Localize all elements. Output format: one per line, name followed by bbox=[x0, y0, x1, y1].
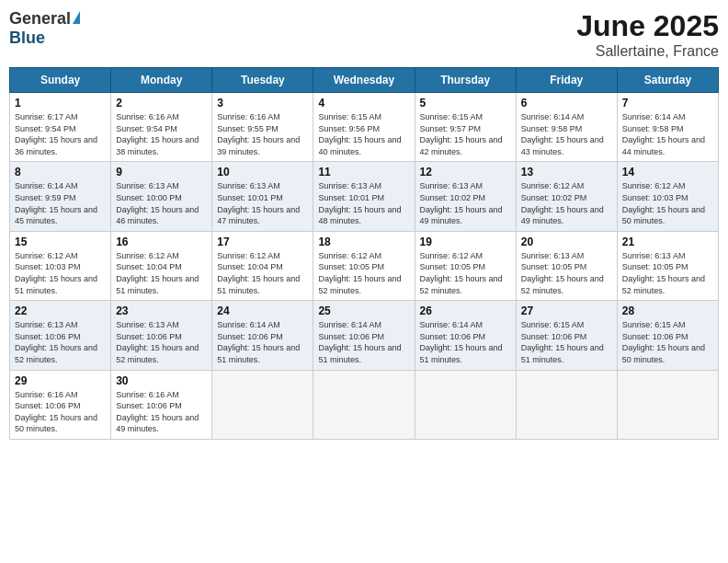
day-number: 19 bbox=[420, 236, 511, 248]
day-info: Sunrise: 6:13 AMSunset: 10:05 PMDaylight… bbox=[521, 250, 612, 296]
calendar-cell bbox=[516, 370, 617, 439]
calendar-cell: 4Sunrise: 6:15 AMSunset: 9:56 PMDaylight… bbox=[313, 93, 415, 162]
day-info: Sunrise: 6:12 AMSunset: 10:04 PMDaylight… bbox=[217, 250, 308, 296]
calendar-cell: 26Sunrise: 6:14 AMSunset: 10:06 PMDaylig… bbox=[415, 301, 516, 370]
day-info: Sunrise: 6:12 AMSunset: 10:05 PMDaylight… bbox=[420, 250, 511, 296]
day-info: Sunrise: 6:13 AMSunset: 10:01 PMDaylight… bbox=[318, 180, 409, 226]
calendar-cell: 29Sunrise: 6:16 AMSunset: 10:06 PMDaylig… bbox=[10, 370, 111, 439]
calendar-cell bbox=[617, 370, 718, 439]
day-info: Sunrise: 6:13 AMSunset: 10:01 PMDaylight… bbox=[217, 180, 308, 226]
calendar-cell: 24Sunrise: 6:14 AMSunset: 10:06 PMDaylig… bbox=[212, 301, 313, 370]
calendar-cell: 30Sunrise: 6:16 AMSunset: 10:06 PMDaylig… bbox=[111, 370, 212, 439]
calendar-week-row-3: 15Sunrise: 6:12 AMSunset: 10:03 PMDaylig… bbox=[10, 231, 719, 300]
day-info: Sunrise: 6:12 AMSunset: 10:02 PMDaylight… bbox=[521, 180, 612, 226]
day-number: 8 bbox=[15, 166, 106, 178]
day-number: 29 bbox=[15, 374, 106, 387]
calendar-cell: 5Sunrise: 6:15 AMSunset: 9:57 PMDaylight… bbox=[415, 93, 516, 162]
day-info: Sunrise: 6:13 AMSunset: 10:00 PMDaylight… bbox=[116, 180, 207, 226]
day-number: 17 bbox=[217, 236, 308, 248]
calendar-cell: 20Sunrise: 6:13 AMSunset: 10:05 PMDaylig… bbox=[516, 231, 617, 300]
calendar-cell: 10Sunrise: 6:13 AMSunset: 10:01 PMDaylig… bbox=[212, 162, 313, 231]
day-info: Sunrise: 6:14 AMSunset: 9:58 PMDaylight:… bbox=[521, 111, 612, 157]
calendar-cell: 16Sunrise: 6:12 AMSunset: 10:04 PMDaylig… bbox=[111, 231, 212, 300]
logo: General Blue bbox=[9, 9, 80, 48]
day-number: 15 bbox=[15, 236, 106, 248]
calendar-header-saturday: Saturday bbox=[617, 68, 718, 93]
calendar-cell: 22Sunrise: 6:13 AMSunset: 10:06 PMDaylig… bbox=[10, 301, 111, 370]
day-info: Sunrise: 6:12 AMSunset: 10:04 PMDaylight… bbox=[116, 250, 207, 296]
calendar-week-row-2: 8Sunrise: 6:14 AMSunset: 9:59 PMDaylight… bbox=[10, 162, 719, 231]
calendar-cell: 7Sunrise: 6:14 AMSunset: 9:58 PMDaylight… bbox=[617, 93, 718, 162]
day-number: 14 bbox=[622, 166, 713, 178]
calendar-cell: 6Sunrise: 6:14 AMSunset: 9:58 PMDaylight… bbox=[516, 93, 617, 162]
calendar-header-friday: Friday bbox=[516, 68, 617, 93]
calendar-cell: 15Sunrise: 6:12 AMSunset: 10:03 PMDaylig… bbox=[10, 231, 111, 300]
day-number: 30 bbox=[116, 374, 207, 387]
calendar-cell: 21Sunrise: 6:13 AMSunset: 10:05 PMDaylig… bbox=[617, 231, 718, 300]
day-info: Sunrise: 6:16 AMSunset: 10:06 PMDaylight… bbox=[116, 389, 207, 435]
day-number: 10 bbox=[217, 166, 308, 178]
day-number: 21 bbox=[622, 236, 713, 248]
calendar-header-wednesday: Wednesday bbox=[313, 68, 415, 93]
calendar-header-tuesday: Tuesday bbox=[212, 68, 313, 93]
calendar-cell: 1Sunrise: 6:17 AMSunset: 9:54 PMDaylight… bbox=[10, 93, 111, 162]
calendar-cell: 9Sunrise: 6:13 AMSunset: 10:00 PMDayligh… bbox=[111, 162, 212, 231]
calendar-cell: 28Sunrise: 6:15 AMSunset: 10:06 PMDaylig… bbox=[617, 301, 718, 370]
day-number: 6 bbox=[521, 97, 612, 109]
day-number: 4 bbox=[318, 97, 409, 109]
calendar-header-monday: Monday bbox=[111, 68, 212, 93]
day-info: Sunrise: 6:15 AMSunset: 10:06 PMDaylight… bbox=[521, 319, 612, 365]
logo-blue-text: Blue bbox=[9, 29, 45, 48]
calendar-header-thursday: Thursday bbox=[415, 68, 516, 93]
day-info: Sunrise: 6:16 AMSunset: 9:55 PMDaylight:… bbox=[217, 111, 308, 157]
day-info: Sunrise: 6:12 AMSunset: 10:03 PMDaylight… bbox=[622, 180, 713, 226]
location-title: Sallertaine, France bbox=[576, 43, 719, 60]
calendar-cell: 27Sunrise: 6:15 AMSunset: 10:06 PMDaylig… bbox=[516, 301, 617, 370]
day-number: 16 bbox=[116, 236, 207, 248]
logo-triangle-icon bbox=[73, 11, 80, 24]
day-number: 18 bbox=[318, 236, 409, 248]
day-info: Sunrise: 6:15 AMSunset: 10:06 PMDaylight… bbox=[622, 319, 713, 365]
day-number: 20 bbox=[521, 236, 612, 248]
day-info: Sunrise: 6:16 AMSunset: 10:06 PMDaylight… bbox=[15, 389, 106, 435]
title-area: June 2025 Sallertaine, France bbox=[576, 9, 719, 60]
calendar-cell: 17Sunrise: 6:12 AMSunset: 10:04 PMDaylig… bbox=[212, 231, 313, 300]
day-info: Sunrise: 6:15 AMSunset: 9:56 PMDaylight:… bbox=[318, 111, 409, 157]
day-number: 25 bbox=[318, 304, 409, 317]
calendar-cell: 12Sunrise: 6:13 AMSunset: 10:02 PMDaylig… bbox=[415, 162, 516, 231]
calendar-table: SundayMondayTuesdayWednesdayThursdayFrid… bbox=[9, 67, 719, 440]
calendar-cell: 14Sunrise: 6:12 AMSunset: 10:03 PMDaylig… bbox=[617, 162, 718, 231]
day-number: 28 bbox=[622, 304, 713, 317]
day-info: Sunrise: 6:14 AMSunset: 10:06 PMDaylight… bbox=[217, 319, 308, 365]
calendar-week-row-1: 1Sunrise: 6:17 AMSunset: 9:54 PMDaylight… bbox=[10, 93, 719, 162]
calendar-cell: 25Sunrise: 6:14 AMSunset: 10:06 PMDaylig… bbox=[313, 301, 415, 370]
day-number: 7 bbox=[622, 97, 713, 109]
day-number: 26 bbox=[420, 304, 511, 317]
calendar-cell: 2Sunrise: 6:16 AMSunset: 9:54 PMDaylight… bbox=[111, 93, 212, 162]
calendar-header-sunday: Sunday bbox=[10, 68, 111, 93]
calendar-cell: 19Sunrise: 6:12 AMSunset: 10:05 PMDaylig… bbox=[415, 231, 516, 300]
day-info: Sunrise: 6:13 AMSunset: 10:05 PMDaylight… bbox=[622, 250, 713, 296]
day-info: Sunrise: 6:12 AMSunset: 10:05 PMDaylight… bbox=[318, 250, 409, 296]
day-number: 5 bbox=[420, 97, 511, 109]
month-title: June 2025 bbox=[576, 9, 719, 43]
calendar-cell: 18Sunrise: 6:12 AMSunset: 10:05 PMDaylig… bbox=[313, 231, 415, 300]
day-number: 11 bbox=[318, 166, 409, 178]
calendar-week-row-4: 22Sunrise: 6:13 AMSunset: 10:06 PMDaylig… bbox=[10, 301, 719, 370]
day-info: Sunrise: 6:14 AMSunset: 9:58 PMDaylight:… bbox=[622, 111, 713, 157]
day-info: Sunrise: 6:13 AMSunset: 10:02 PMDaylight… bbox=[420, 180, 511, 226]
calendar-cell bbox=[313, 370, 415, 439]
day-info: Sunrise: 6:14 AMSunset: 9:59 PMDaylight:… bbox=[15, 180, 106, 226]
day-number: 2 bbox=[116, 97, 207, 109]
day-info: Sunrise: 6:12 AMSunset: 10:03 PMDaylight… bbox=[15, 250, 106, 296]
day-info: Sunrise: 6:13 AMSunset: 10:06 PMDaylight… bbox=[116, 319, 207, 365]
day-info: Sunrise: 6:14 AMSunset: 10:06 PMDaylight… bbox=[420, 319, 511, 365]
day-info: Sunrise: 6:16 AMSunset: 9:54 PMDaylight:… bbox=[116, 111, 207, 157]
day-number: 13 bbox=[521, 166, 612, 178]
day-info: Sunrise: 6:13 AMSunset: 10:06 PMDaylight… bbox=[15, 319, 106, 365]
calendar-header-row: SundayMondayTuesdayWednesdayThursdayFrid… bbox=[10, 68, 719, 93]
logo-general-text: General bbox=[9, 9, 71, 29]
day-number: 24 bbox=[217, 304, 308, 317]
day-number: 12 bbox=[420, 166, 511, 178]
day-info: Sunrise: 6:17 AMSunset: 9:54 PMDaylight:… bbox=[15, 111, 106, 157]
